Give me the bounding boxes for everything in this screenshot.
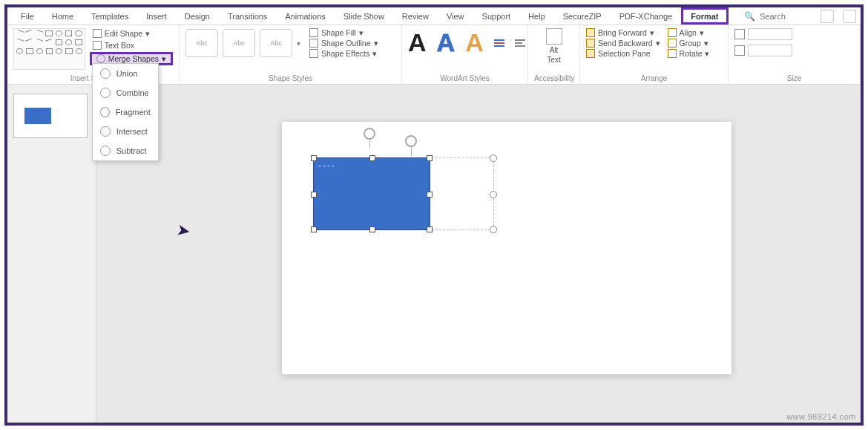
selection-pane-button[interactable]: Selection Pane [586, 49, 660, 58]
selection-handle[interactable] [490, 226, 497, 233]
canvas-area[interactable]: ➤ ◦◦◦◦ [96, 85, 861, 423]
fragment-label: Fragment [116, 108, 151, 117]
resize-handle[interactable] [311, 155, 317, 161]
tab-slideshow[interactable]: Slide Show [335, 7, 393, 25]
tab-file[interactable]: File [12, 7, 43, 25]
merge-shapes-icon [96, 54, 105, 63]
annotation-arrow-icon: ➤ [175, 221, 191, 242]
wordart-more[interactable] [494, 39, 504, 47]
chevron-down-icon[interactable]: ▾ [297, 39, 300, 48]
merge-fragment[interactable]: Fragment [93, 102, 158, 122]
resize-handle[interactable] [311, 227, 317, 232]
effects-icon [309, 49, 318, 58]
bucket-icon [309, 28, 318, 37]
alt-label: Alt [550, 46, 559, 54]
bring-forward-button[interactable]: Bring Forward▾ [586, 28, 660, 37]
shape-gallery[interactable] [13, 28, 85, 70]
alt-text-icon [546, 28, 562, 45]
shape-fill-label: Shape Fill [321, 28, 356, 37]
resize-handle[interactable] [427, 227, 433, 232]
style-swatch-2[interactable]: Abc [223, 29, 255, 57]
text-fill-icon [494, 39, 504, 41]
group-button[interactable]: Group▾ [668, 39, 710, 48]
rotation-handle[interactable] [364, 128, 375, 140]
search-input[interactable] [760, 12, 812, 21]
tab-animations[interactable]: Animations [276, 7, 334, 25]
text-outline-icon [494, 42, 504, 44]
send-backward-button[interactable]: Send Backward▾ [586, 39, 660, 48]
merge-shapes-button[interactable]: Merge Shapes ▾ Union Combine Fragment In… [90, 52, 173, 65]
align-icon [515, 39, 525, 41]
resize-handle[interactable] [311, 192, 317, 198]
selection-handle[interactable] [490, 154, 497, 162]
width-input[interactable] [748, 45, 792, 56]
height-input[interactable] [748, 28, 792, 40]
merge-intersect[interactable]: Intersect [93, 122, 158, 141]
wordart-style-2[interactable]: A [437, 28, 456, 57]
comments-button[interactable] [843, 10, 856, 23]
selection-handle[interactable] [490, 191, 497, 198]
resize-handle[interactable] [427, 155, 433, 161]
share-button[interactable] [821, 10, 834, 23]
merge-shapes-menu: Union Combine Fragment Intersect Subtrac… [92, 63, 159, 161]
rotation-handle-2[interactable] [405, 135, 417, 147]
chevron-down-icon: ▾ [656, 39, 660, 48]
chevron-down-icon: ▾ [700, 28, 704, 37]
alt-text-button[interactable]: Alt Text [534, 28, 573, 64]
selection-pane-label: Selection Pane [598, 49, 651, 58]
chevron-down-icon: ▾ [372, 49, 377, 58]
edit-shape-button[interactable]: Edit Shape▾ [90, 28, 173, 39]
tab-insert[interactable]: Insert [137, 7, 176, 25]
selected-rectangle-shape[interactable]: ◦◦◦◦ [313, 157, 430, 230]
tab-view[interactable]: View [438, 7, 473, 25]
align-objects-icon [668, 28, 677, 37]
subtract-label: Subtract [116, 146, 147, 155]
union-label: Union [116, 69, 138, 78]
align-button[interactable]: Align▾ [668, 28, 710, 37]
tab-securezip[interactable]: SecureZIP [554, 7, 611, 25]
rotate-button[interactable]: Rotate▾ [668, 49, 710, 58]
align-icon-2 [515, 42, 522, 44]
wordart-style-1[interactable]: A [408, 28, 427, 57]
shape-effects-button[interactable]: Shape Effects▾ [309, 49, 378, 58]
wordart-style-3[interactable]: A [465, 28, 484, 57]
resize-handle[interactable] [427, 192, 433, 198]
chevron-down-icon: ▾ [374, 39, 378, 48]
tab-pdfxchange[interactable]: PDF-XChange [611, 7, 682, 25]
width-icon [734, 45, 745, 56]
merge-union[interactable]: Union [93, 64, 158, 83]
union-icon [100, 68, 111, 79]
tab-design[interactable]: Design [176, 7, 219, 25]
height-icon [734, 29, 745, 39]
merge-combine[interactable]: Combine [93, 83, 158, 102]
shape-outline-button[interactable]: Shape Outline▾ [309, 39, 378, 48]
subtract-icon [100, 146, 111, 156]
tab-templates[interactable]: Templates [82, 7, 137, 25]
selection-pane-icon [586, 49, 595, 58]
shape-fill-button[interactable]: Shape Fill▾ [309, 28, 378, 37]
rotate-icon [668, 49, 677, 58]
merge-shapes-label: Merge Shapes [108, 54, 159, 63]
text-box-button[interactable]: Text Box [90, 40, 173, 51]
align-icon-3 [515, 45, 525, 47]
slide-thumbnail-1[interactable] [13, 94, 88, 138]
tab-support[interactable]: Support [473, 7, 520, 25]
text-box-label: Text Box [105, 41, 134, 50]
tab-format[interactable]: Format [681, 7, 728, 25]
tab-review[interactable]: Review [393, 7, 438, 25]
wordart-align[interactable] [515, 39, 525, 47]
style-swatch-1[interactable]: Abc [185, 29, 218, 57]
tab-help[interactable]: Help [519, 7, 554, 25]
merge-subtract[interactable]: Subtract [93, 141, 158, 160]
resize-handle[interactable] [369, 227, 375, 232]
slide-thumbnail-panel[interactable] [7, 85, 96, 423]
group-label-wordart: WordArt Styles [408, 73, 522, 82]
resize-handle[interactable] [369, 155, 375, 161]
group-wordart-styles: A A A WordArt Styles [402, 25, 528, 84]
style-swatch-3[interactable]: Abc [260, 29, 292, 57]
tab-transitions[interactable]: Transitions [219, 7, 276, 25]
shape-effects-label: Shape Effects [321, 49, 369, 58]
slide-canvas[interactable]: ◦◦◦◦ [282, 122, 731, 374]
tab-home[interactable]: Home [43, 7, 82, 25]
pen-icon [309, 39, 318, 48]
